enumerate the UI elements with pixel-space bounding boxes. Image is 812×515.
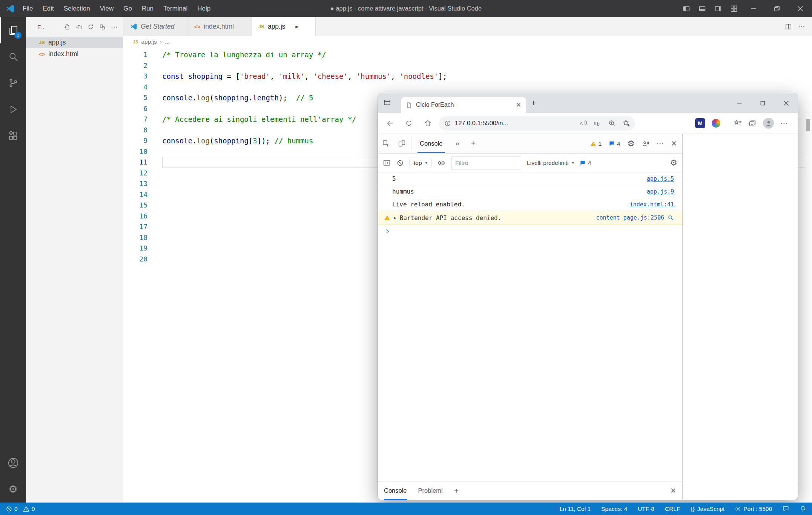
messages-badge[interactable]: 4 (609, 140, 620, 147)
toggle-secondary-sidebar-icon[interactable] (710, 0, 726, 17)
activity-source-control[interactable] (0, 70, 26, 96)
drawer-add-icon[interactable]: + (454, 486, 459, 495)
editor-tab-get-started[interactable]: Get Started (123, 17, 187, 36)
devtools-settings-gear-icon[interactable]: ⚙ (627, 140, 635, 148)
restore-button[interactable] (765, 0, 789, 17)
read-aloud-icon[interactable]: A (577, 117, 589, 129)
editor-tab-index-html[interactable]: <>index.html (187, 17, 252, 36)
devtools-tab-console[interactable]: Console (418, 134, 445, 153)
context-selector[interactable]: top ▾ (410, 158, 431, 168)
toolbar-messages-badge[interactable]: 4 (580, 160, 591, 166)
drawer-tab-problemi[interactable]: Problemi (418, 481, 443, 500)
console-prompt[interactable] (378, 224, 682, 238)
eol-sequence[interactable]: CRLF (665, 506, 680, 512)
browser-tab[interactable]: Ciclo ForEach ✕ (401, 97, 526, 113)
toggle-primary-sidebar-icon[interactable] (678, 0, 694, 17)
source-link[interactable]: index.html:41 (630, 201, 674, 208)
new-folder-icon[interactable] (76, 24, 82, 30)
activity-search[interactable] (0, 43, 26, 70)
translate-icon[interactable]: ab (591, 117, 603, 129)
toggle-panel-icon[interactable] (694, 0, 710, 17)
site-info-icon[interactable] (444, 120, 451, 127)
menu-help[interactable]: Help (192, 0, 215, 17)
refresh-icon[interactable] (87, 24, 94, 30)
source-link[interactable]: app.js:5 (647, 175, 674, 182)
console-sidebar-icon[interactable] (383, 159, 391, 167)
cursor-position[interactable]: Ln 11, Col 1 (560, 506, 591, 512)
browser-maximize-button[interactable] (751, 93, 774, 113)
activity-extensions[interactable] (0, 123, 26, 149)
live-expression-eye-icon[interactable] (437, 159, 445, 167)
editor-more-actions-icon[interactable]: ⋯ (798, 22, 805, 31)
warnings-badge[interactable]: 1 (590, 140, 602, 147)
source-link[interactable]: app.js:9 (647, 188, 674, 195)
add-tab-icon[interactable]: + (465, 134, 481, 153)
devtools-menu-icon[interactable]: ⋯ (657, 139, 664, 148)
clear-console-icon[interactable] (396, 159, 404, 167)
collapse-all-icon[interactable] (99, 24, 106, 30)
activity-explorer[interactable]: 1 (0, 17, 26, 43)
file-item-index.html[interactable]: <>index.html (26, 48, 123, 60)
menu-terminal[interactable]: Terminal (158, 0, 192, 17)
collections-icon[interactable] (748, 119, 757, 128)
indentation[interactable]: Spaces: 4 (601, 506, 627, 512)
log-levels-selector[interactable]: Livelli predefiniti ▾ (527, 160, 574, 166)
language-mode[interactable]: {} JavaScript (691, 506, 725, 512)
editor-tab-app-js[interactable]: JSapp.js● (252, 17, 316, 36)
close-button[interactable] (789, 0, 812, 17)
menu-edit[interactable]: Edit (38, 0, 58, 17)
device-toolbar-icon[interactable] (394, 134, 410, 153)
expand-arrow-icon[interactable]: ▶ (394, 215, 396, 220)
browser-minimize-button[interactable] (728, 93, 751, 113)
menu-file[interactable]: File (18, 0, 38, 17)
live-server-port[interactable]: Port : 5500 (735, 506, 772, 512)
extension-pinwheel-icon[interactable] (712, 119, 720, 128)
breadcrumb-file[interactable]: app.js (141, 38, 157, 45)
source-link[interactable]: content_page.js:2506 (596, 214, 664, 221)
favorites-bar-icon[interactable] (734, 119, 742, 128)
problems-status[interactable]: 0 0 (6, 506, 35, 512)
customize-layout-icon[interactable] (726, 0, 742, 17)
m-extension-icon[interactable]: M (695, 118, 705, 128)
drawer-tab-console[interactable]: Console (384, 481, 407, 500)
encoding[interactable]: UTF-8 (638, 506, 654, 512)
feedback-icon[interactable] (783, 506, 789, 512)
refresh-page-icon[interactable] (401, 116, 416, 131)
browser-close-button[interactable] (774, 93, 798, 113)
menu-go[interactable]: Go (118, 0, 137, 17)
address-bar[interactable]: 127.0.0.1:5500/in... A ab (439, 116, 635, 131)
search-message-icon[interactable] (668, 215, 674, 221)
menu-selection[interactable]: Selection (59, 0, 95, 17)
breadcrumb[interactable]: JS app.js › ... (123, 36, 812, 48)
tab-actions-icon[interactable] (383, 98, 391, 106)
back-icon[interactable] (382, 116, 398, 131)
split-editor-icon[interactable] (785, 23, 792, 30)
console-settings-gear-icon[interactable]: ⚙ (670, 159, 677, 167)
menu-view[interactable]: View (95, 0, 119, 17)
minimize-button[interactable] (742, 0, 765, 17)
scrollbar-marker[interactable] (806, 119, 810, 131)
more-tabs-icon[interactable]: » (450, 134, 465, 153)
new-tab-icon[interactable]: + (531, 99, 536, 107)
home-icon[interactable] (420, 116, 435, 131)
url-text[interactable]: 127.0.0.1:5500/in... (455, 120, 508, 127)
profile-avatar[interactable] (763, 118, 774, 129)
activity-run-debug[interactable] (0, 96, 26, 123)
drawer-close-icon[interactable]: ✕ (670, 486, 676, 495)
inspect-element-icon[interactable] (378, 134, 394, 153)
browser-menu-icon[interactable]: ⋯ (780, 119, 788, 128)
devtools-close-icon[interactable]: ✕ (671, 139, 677, 148)
breadcrumb-more[interactable]: ... (165, 38, 170, 45)
notifications-bell-icon[interactable] (800, 506, 806, 512)
more-actions-icon[interactable]: ⋯ (111, 23, 117, 31)
tab-close-icon[interactable]: ✕ (516, 101, 521, 109)
modified-dot-icon[interactable]: ● (295, 23, 298, 30)
page-viewport[interactable] (683, 134, 798, 500)
zoom-icon[interactable] (606, 117, 618, 129)
activity-account[interactable] (0, 450, 26, 476)
file-item-app.js[interactable]: JSapp.js (26, 37, 123, 48)
devtools-feedback-icon[interactable] (642, 140, 649, 148)
menu-run[interactable]: Run (137, 0, 158, 17)
activity-settings-gear-icon[interactable]: ⚙ (0, 476, 26, 503)
new-file-icon[interactable] (64, 24, 71, 30)
